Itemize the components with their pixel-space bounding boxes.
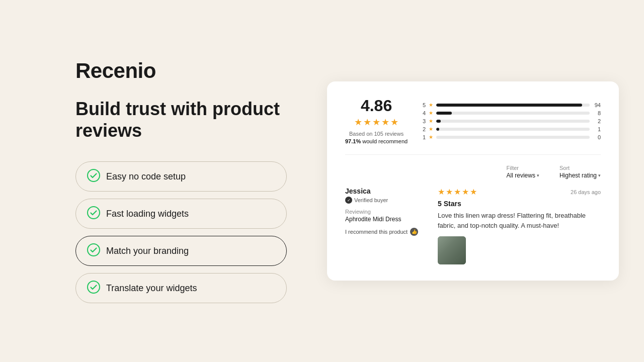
review-text: Love this linen wrap dress! Flattering f… xyxy=(438,211,601,230)
bar-count-4: 8 xyxy=(593,110,601,116)
sort-value-text: Highest rating xyxy=(559,172,597,179)
filter-group: Filter All reviews ▾ xyxy=(507,165,539,179)
review-image xyxy=(438,236,466,264)
product-name: Aphrodite Midi Dress xyxy=(345,216,426,223)
bar-star-icon-1: ★ xyxy=(429,134,433,140)
verified-label: Verified buyer xyxy=(354,197,388,203)
recommend-suffix: would recommend xyxy=(361,138,408,144)
feature-item-match-branding[interactable]: Match your branding xyxy=(75,236,287,266)
review-star-3: ★ xyxy=(454,187,461,197)
filter-value[interactable]: All reviews ▾ xyxy=(507,172,539,179)
bar-fill-4 xyxy=(436,112,451,115)
bar-row-2: 2 ★ 1 xyxy=(422,126,601,132)
verified-icon: ✓ xyxy=(345,197,352,204)
bar-row-3: 3 ★ 2 xyxy=(422,118,601,124)
bar-fill-5 xyxy=(436,104,582,107)
filter-value-text: All reviews xyxy=(507,172,535,179)
bar-row-4: 4 ★ 8 xyxy=(422,110,601,116)
bar-star-icon-5: ★ xyxy=(429,102,433,108)
page-container: Recenio Build trust with product reviews… xyxy=(0,0,644,362)
rating-left: 4.86 ★ ★ ★ ★ ★ Based on 105 reviews 97.1… xyxy=(345,98,408,144)
bar-fill-2 xyxy=(436,128,439,131)
bar-fill-3 xyxy=(436,120,441,123)
review-content: ★ ★ ★ ★ ★ 26 days ago 5 Stars Love this … xyxy=(438,187,601,264)
feature-item-translate[interactable]: Translate your widgets xyxy=(75,273,287,303)
rating-summary: 4.86 ★ ★ ★ ★ ★ Based on 105 reviews 97.1… xyxy=(345,98,601,155)
review-star-5: ★ xyxy=(470,187,477,197)
review-stars: ★ ★ ★ ★ ★ xyxy=(438,187,477,197)
recommend-row: I recommend this product 👍 xyxy=(345,228,426,236)
bar-count-3: 2 xyxy=(593,118,601,124)
filter-dropdown-arrow: ▾ xyxy=(537,173,539,178)
sort-dropdown-arrow: ▾ xyxy=(598,173,601,178)
bar-track-2 xyxy=(436,128,590,131)
feature-label-easy-setup: Easy no code setup xyxy=(106,171,186,182)
bar-count-1: 0 xyxy=(593,134,601,140)
reviewer-info: Jessica ✓ Verified buyer Reviewing Aphro… xyxy=(345,187,426,264)
bar-label-3: 3 xyxy=(422,118,426,124)
review-star-2: ★ xyxy=(446,187,453,197)
sort-label: Sort xyxy=(559,165,570,171)
recommend-pct: 97.1% would recommend xyxy=(345,138,408,144)
filter-sort-row: Filter All reviews ▾ Sort Highest rating… xyxy=(345,165,601,179)
right-panel: 4.86 ★ ★ ★ ★ ★ Based on 105 reviews 97.1… xyxy=(327,81,619,281)
feature-item-easy-setup[interactable]: Easy no code setup xyxy=(75,161,287,192)
bar-label-1: 1 xyxy=(422,134,426,140)
feature-label-match-branding: Match your branding xyxy=(106,246,189,256)
bar-star-icon-4: ★ xyxy=(429,110,433,116)
review-title: 5 Stars xyxy=(438,200,601,208)
verified-badge: ✓ Verified buyer xyxy=(345,197,426,204)
bar-track-5 xyxy=(436,104,590,107)
star-1: ★ xyxy=(354,117,362,128)
feature-item-fast-loading[interactable]: Fast loading widgets xyxy=(75,199,287,229)
star-3: ★ xyxy=(372,117,380,128)
svg-point-0 xyxy=(88,169,100,182)
summary-stars: ★ ★ ★ ★ ★ xyxy=(354,117,398,128)
sort-value[interactable]: Highest rating ▾ xyxy=(559,172,601,179)
bar-row-5: 5 ★ 94 xyxy=(422,102,601,108)
star-2: ★ xyxy=(363,117,371,128)
review-star-4: ★ xyxy=(462,187,469,197)
bar-count-2: 1 xyxy=(593,126,601,132)
review-header: ★ ★ ★ ★ ★ 26 days ago xyxy=(438,187,601,197)
bar-count-5: 94 xyxy=(593,102,601,108)
feature-label-translate: Translate your widgets xyxy=(106,283,197,294)
features-list: Easy no code setup Fast loading widgets … xyxy=(75,161,287,303)
feature-label-fast-loading: Fast loading widgets xyxy=(106,209,189,219)
check-circle-icon xyxy=(87,243,100,258)
rating-score: 4.86 xyxy=(361,98,392,114)
svg-point-2 xyxy=(88,244,100,256)
sort-group: Sort Highest rating ▾ xyxy=(559,165,601,179)
filter-label: Filter xyxy=(507,165,519,171)
bar-label-4: 4 xyxy=(422,110,426,116)
recommend-pct-number: 97.1% xyxy=(345,138,361,144)
bar-track-4 xyxy=(436,112,590,115)
check-circle-icon xyxy=(87,281,100,296)
tagline: Build trust with product reviews xyxy=(75,98,287,141)
review-img-placeholder xyxy=(438,236,466,264)
bar-label-5: 5 xyxy=(422,102,426,108)
star-5: ★ xyxy=(390,117,398,128)
svg-point-1 xyxy=(88,207,100,219)
widget-card: 4.86 ★ ★ ★ ★ ★ Based on 105 reviews 97.1… xyxy=(327,81,619,281)
review-date: 26 days ago xyxy=(571,189,601,195)
check-circle-icon xyxy=(87,169,100,184)
rating-bars: 5 ★ 94 4 ★ 8 3 ★ 2 2 ★ 1 xyxy=(422,102,601,140)
bar-row-1: 1 ★ 0 xyxy=(422,134,601,140)
review-star-1: ★ xyxy=(438,187,445,197)
reviewer-name: Jessica xyxy=(345,187,426,195)
left-panel: Recenio Build trust with product reviews… xyxy=(75,59,287,303)
star-4: ★ xyxy=(381,117,389,128)
reviewing-label: Reviewing xyxy=(345,209,426,215)
review-item: Jessica ✓ Verified buyer Reviewing Aphro… xyxy=(345,187,601,264)
bar-star-icon-3: ★ xyxy=(429,118,433,124)
svg-point-3 xyxy=(88,281,100,293)
brand-name: Recenio xyxy=(75,59,287,83)
bar-label-2: 2 xyxy=(422,126,426,132)
recommend-thumb-icon: 👍 xyxy=(410,228,418,236)
bar-track-1 xyxy=(436,136,590,139)
check-circle-icon xyxy=(87,206,100,221)
bar-track-3 xyxy=(436,120,590,123)
reviews-count: Based on 105 reviews xyxy=(349,131,404,137)
recommend-text: I recommend this product xyxy=(345,229,408,235)
